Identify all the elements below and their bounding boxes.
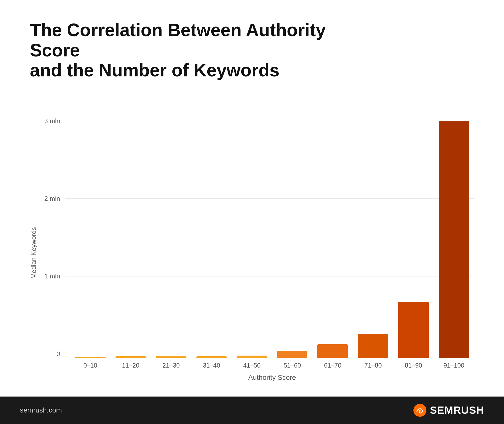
bar-51–60 (277, 351, 308, 358)
chart-area: 3 mln2 mln1 mln0 (43, 109, 474, 358)
bar-41–50 (237, 356, 267, 358)
bar-81–90 (398, 302, 429, 358)
x-label-61–70: 61–70 (312, 362, 353, 369)
chart-inner: 3 mln2 mln1 mln0 0–1011–2021–3031–4041–5… (43, 109, 474, 382)
bar-group-11–20 (111, 109, 151, 358)
y-tick-label: 1 mln (43, 272, 65, 280)
bar-0–10 (75, 357, 106, 358)
bar-31–40 (196, 356, 227, 358)
x-label-31–40: 31–40 (191, 362, 232, 369)
chart-container: Median Keywords 3 mln2 mln1 mln0 0–1011–… (30, 109, 474, 382)
bar-group-51–60 (272, 109, 313, 358)
page-title: The Correlation Between Authority Scorea… (30, 20, 354, 80)
bar-71–80 (358, 334, 388, 358)
x-label-21–30: 21–30 (151, 362, 191, 369)
bar-group-61–70 (312, 109, 353, 358)
bar-group-31–40 (191, 109, 232, 358)
bar-group-91–100 (434, 109, 474, 358)
semrush-logo: SEMRUSH (413, 404, 484, 417)
bar-group-41–50 (232, 109, 272, 358)
bar-group-0–10 (70, 109, 111, 358)
x-label-51–60: 51–60 (272, 362, 313, 369)
bars-wrapper (70, 109, 474, 358)
bar-91–100 (439, 121, 469, 358)
y-axis-label: Median Keywords (30, 109, 38, 382)
semrush-icon (413, 404, 426, 417)
x-label-11–20: 11–20 (111, 362, 151, 369)
y-tick-label: 3 mln (43, 117, 65, 125)
x-axis: 0–1011–2021–3031–4041–5051–6061–7071–808… (70, 362, 474, 369)
x-label-91–100: 91–100 (434, 362, 474, 369)
main-content: The Correlation Between Authority Scorea… (0, 0, 504, 397)
y-tick-label: 2 mln (43, 195, 65, 203)
bar-group-81–90 (393, 109, 434, 358)
bar-61–70 (317, 344, 348, 358)
bar-group-21–30 (151, 109, 191, 358)
x-label-0–10: 0–10 (70, 362, 111, 369)
x-label-81–90: 81–90 (393, 362, 434, 369)
y-tick-label: 0 (43, 350, 65, 358)
bar-11–20 (116, 356, 146, 358)
semrush-brand-text: SEMRUSH (430, 404, 484, 416)
footer: semrush.com SEMRUSH (0, 397, 504, 424)
x-axis-title: Authority Score (70, 374, 474, 382)
footer-domain: semrush.com (20, 406, 62, 414)
bar-group-71–80 (353, 109, 393, 358)
x-label-41–50: 41–50 (232, 362, 272, 369)
x-label-71–80: 71–80 (353, 362, 393, 369)
bar-21–30 (156, 356, 186, 358)
